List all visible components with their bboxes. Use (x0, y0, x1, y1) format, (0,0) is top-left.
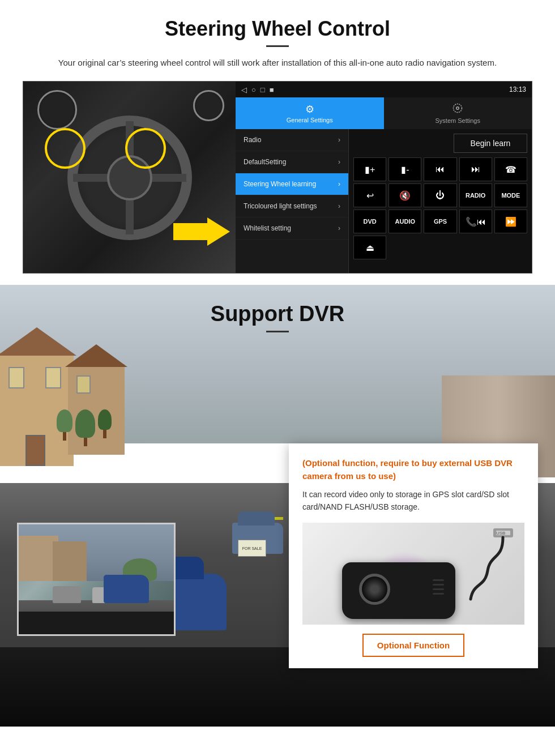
tab-system-settings[interactable]: System Settings (384, 97, 532, 129)
thumb-car-1 (53, 586, 81, 603)
statusbar-icons: ◁ ○ □ ■ (241, 86, 274, 94)
gauge-left (37, 90, 77, 130)
gear-icon: ⚙ (305, 103, 314, 116)
page-subtitle: Your original car’s steering wheel contr… (51, 56, 504, 70)
vol-down-btn[interactable]: ▮- (388, 157, 421, 181)
menu-icon: ■ (270, 86, 274, 94)
steering-wheel-section: Steering Wheel Control Your original car… (0, 0, 555, 285)
chevron-right-icon: › (338, 158, 340, 166)
eject-btn[interactable]: ⏏ (353, 236, 386, 259)
dvr-section: Support DVR (0, 285, 555, 727)
thumb-car-3 (104, 575, 149, 603)
vol-up-icon: ▮+ (365, 164, 375, 175)
house-2-window (76, 375, 91, 394)
tab-system-label: System Settings (436, 117, 480, 124)
yellow-arrow (173, 217, 230, 246)
next-btn[interactable]: ⏭ (459, 157, 492, 181)
steering-visual: ◁ ○ □ ■ 13:13 ⚙ General Settings (23, 81, 532, 274)
menu-item-tricolour[interactable]: Tricoloured light settings › (236, 195, 348, 217)
tree-2-trunk (84, 438, 87, 446)
android-tabs: ⚙ General Settings System Settings (236, 97, 532, 129)
back-btn[interactable]: ↩ (353, 183, 386, 207)
dvd-btn[interactable]: DVD (353, 210, 386, 233)
gps-btn[interactable]: GPS (424, 210, 456, 233)
house-door (25, 435, 45, 466)
android-body: Radio › DefaultSetting › Steering Wheel … (236, 129, 532, 273)
house-window-2 (45, 367, 61, 388)
gauge-right (193, 90, 224, 121)
svg-point-1 (456, 106, 459, 109)
begin-learn-row: Begin learn (353, 134, 527, 153)
trees-area (57, 409, 112, 446)
optional-function-button[interactable]: Optional Function (362, 634, 464, 657)
power-icon: ⏻ (436, 190, 445, 200)
dvr-title: Support DVR (0, 302, 555, 326)
tree-3-trunk (103, 430, 106, 438)
power-btn[interactable]: ⏻ (424, 183, 456, 207)
dvr-title-area: Support DVR (0, 285, 555, 338)
begin-learn-button[interactable]: Begin learn (454, 134, 527, 153)
camera-lens (359, 574, 390, 605)
back-icon: ◁ (241, 86, 247, 94)
menu-item-radio[interactable]: Radio › (236, 129, 348, 151)
svg-point-2 (454, 104, 462, 112)
tree-2-top (75, 409, 95, 438)
recents-icon: □ (261, 86, 265, 94)
tree-1-top (57, 409, 72, 432)
menu-item-whitelist[interactable]: Whitelist setting › (236, 217, 348, 240)
dvr-camera-image: USB (302, 523, 524, 625)
tree-1-trunk (63, 432, 66, 441)
dvr-info-box: (Optional function, require to buy exter… (289, 443, 538, 668)
gps-label: GPS (434, 218, 447, 225)
home-icon: ○ (251, 86, 256, 94)
tab-general-label: General Settings (287, 117, 333, 123)
for-sale-sign: FOR SALE (238, 540, 266, 557)
phone-prev-icon: 📞⏮ (466, 216, 486, 227)
house-window-1 (8, 367, 24, 388)
radio-label: RADIO (466, 192, 485, 199)
mute-btn[interactable]: 🔇 (388, 183, 421, 207)
dvr-thumbnail (17, 523, 176, 636)
chevron-right-icon: › (338, 224, 340, 232)
svg-marker-0 (173, 217, 230, 246)
camera-body (342, 562, 455, 619)
vol-up-btn[interactable]: ▮+ (353, 157, 386, 181)
menu-item-steering-wheel[interactable]: Steering Wheel learning › (236, 173, 348, 195)
vol-down-icon: ▮- (401, 164, 409, 175)
mode-label: MODE (501, 192, 520, 199)
return-icon: ↩ (366, 190, 374, 201)
dvr-title-divider (266, 331, 289, 332)
steering-wheel-photo (23, 82, 236, 274)
menu-item-default-setting[interactable]: DefaultSetting › (236, 151, 348, 173)
prev-btn[interactable]: ⏮ (424, 157, 456, 181)
next-track-btn[interactable]: ⏩ (494, 210, 527, 233)
thumb-building-2 (53, 541, 87, 581)
title-divider (266, 45, 289, 47)
house-2-roof (65, 344, 127, 367)
svg-text:USB: USB (496, 531, 505, 536)
tab-general-settings[interactable]: ⚙ General Settings (236, 97, 384, 129)
radio-btn[interactable]: RADIO (459, 183, 492, 207)
statusbar-time: 13:13 (509, 86, 526, 93)
page-title: Steering Wheel Control (23, 17, 532, 41)
chevron-right-icon: › (338, 136, 340, 144)
android-panel: ◁ ○ □ ■ 13:13 ⚙ General Settings (236, 82, 532, 273)
tree-2 (75, 409, 95, 446)
suv-roof (238, 511, 275, 526)
next-track-icon: ⏩ (505, 216, 516, 227)
phone-btn[interactable]: ☎ (494, 157, 527, 181)
usb-cable-svg: USB (439, 526, 519, 605)
tree-3-top (98, 409, 112, 430)
wrench-icon (452, 103, 463, 116)
audio-label: AUDIO (395, 218, 415, 225)
phone-prev-btn[interactable]: 📞⏮ (459, 210, 492, 233)
audio-btn[interactable]: AUDIO (388, 210, 421, 233)
tree-1 (57, 409, 72, 446)
mode-btn[interactable]: MODE (494, 183, 527, 207)
dvr-optional-text: (Optional function, require to buy exter… (302, 457, 524, 482)
phone-icon: ☎ (505, 164, 516, 175)
thumb-dash (19, 612, 174, 634)
mute-icon: 🔇 (399, 190, 411, 201)
content-area: Begin learn ▮+ ▮- ⏮ (349, 129, 532, 273)
chevron-right-icon: › (338, 180, 340, 188)
